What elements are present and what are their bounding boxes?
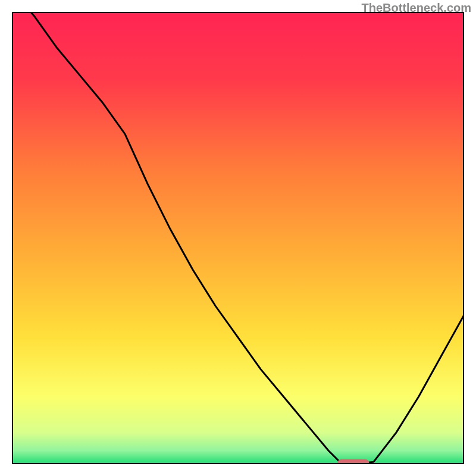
chart-background-gradient xyxy=(12,12,464,464)
chart-svg xyxy=(12,12,464,464)
bottleneck-chart xyxy=(12,12,464,464)
attribution-text: TheBottleneck.com xyxy=(362,1,471,15)
